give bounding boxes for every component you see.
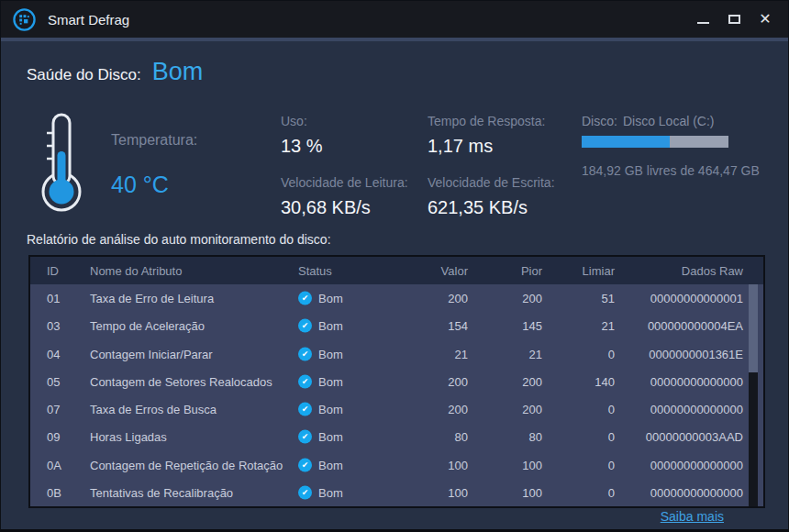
disk-health-value: Bom <box>152 58 204 86</box>
cell-attribute-name: Tentativas de Recalibração <box>90 485 233 499</box>
scrollbar-thumb[interactable] <box>749 284 758 372</box>
cell-raw-data: 0000000001361E <box>627 347 743 360</box>
cell-status: ✔Bom <box>298 374 343 388</box>
column-header-status[interactable]: Status <box>298 264 332 278</box>
smart-defrag-window: Smart Defrag ✕ Saúde do Disco: Bom Tempe… <box>0 0 789 532</box>
table-row[interactable]: 0B Tentativas de Recalibração ✔Bom 100 1… <box>30 479 763 506</box>
cell-valor: 200 <box>379 374 468 388</box>
cell-limiar: 0 <box>544 485 615 499</box>
titlebar: Smart Defrag ✕ <box>1 1 788 38</box>
usage-value: 13 % <box>281 136 323 157</box>
cell-status: ✔Bom <box>298 292 343 305</box>
disk-label: Disco: <box>582 114 617 128</box>
temperature-label: Temperatura: <box>111 132 197 149</box>
cell-valor: 154 <box>379 319 468 333</box>
table-row[interactable]: 09 Horas Ligadas ✔Bom 80 80 0 0000000000… <box>30 423 763 450</box>
column-header-raw[interactable]: Dados Raw <box>627 264 743 278</box>
status-ok-icon: ✔ <box>298 292 312 305</box>
table-row[interactable]: 07 Taxa de Erros de Busca ✔Bom 200 200 0… <box>30 395 763 423</box>
status-label: Bom <box>318 458 343 471</box>
learn-more-link[interactable]: Saiba mais <box>661 509 724 524</box>
column-header-name[interactable]: Nome do Atributo <box>90 264 182 278</box>
response-time-label: Tempo de Resposta: <box>428 114 545 128</box>
minimize-button[interactable] <box>687 1 718 38</box>
cell-raw-data: 00000000000000 <box>627 458 743 471</box>
cell-raw-data: 00000000000000 <box>627 485 743 499</box>
report-title: Relatório de análise do auto monitoramen… <box>27 232 331 247</box>
thermometer-icon <box>39 111 87 214</box>
status-ok-icon: ✔ <box>298 430 312 444</box>
table-scrollbar[interactable] <box>749 284 758 506</box>
cell-limiar: 51 <box>544 292 615 305</box>
close-icon: ✕ <box>759 12 771 27</box>
app-logo-icon <box>13 8 36 31</box>
titlebar-divider <box>1 38 788 41</box>
table-row[interactable]: 04 Contagem Iniciar/Parar ✔Bom 21 21 0 0… <box>30 340 763 368</box>
column-header-id[interactable]: ID <box>47 264 59 278</box>
temperature-value: 40 °C <box>111 172 169 198</box>
maximize-button[interactable] <box>718 1 750 38</box>
cell-limiar: 0 <box>544 347 615 360</box>
cell-pior: 200 <box>471 403 542 416</box>
status-ok-icon: ✔ <box>298 374 312 388</box>
table-row[interactable]: 03 Tempo de Aceleração ✔Bom 154 145 21 0… <box>30 312 763 339</box>
read-speed-label: Velocidade de Leitura: <box>281 175 408 190</box>
response-time-value: 1,17 ms <box>428 136 493 157</box>
cell-id: 05 <box>47 374 60 388</box>
minimize-icon <box>697 22 709 24</box>
table-body: 01 Taxa de Erro de Leitura ✔Bom 200 200 … <box>30 284 763 506</box>
cell-limiar: 0 <box>544 458 615 471</box>
cell-status: ✔Bom <box>298 319 343 333</box>
cell-limiar: 140 <box>544 374 615 388</box>
cell-pior: 200 <box>471 292 542 305</box>
status-label: Bom <box>318 430 343 444</box>
cell-valor: 200 <box>379 403 468 416</box>
cell-status: ✔Bom <box>298 458 343 471</box>
column-header-pior[interactable]: Pior <box>471 264 542 278</box>
write-speed-label: Velocidade de Escrita: <box>428 175 555 190</box>
disk-name-value: Disco Local (C:) <box>623 114 715 128</box>
cell-status: ✔Bom <box>298 430 343 444</box>
cell-id: 03 <box>47 319 60 333</box>
cell-attribute-name: Horas Ligadas <box>90 430 167 444</box>
disk-name: Disco:Disco Local (C:) <box>582 114 715 128</box>
cell-id: 04 <box>47 347 60 360</box>
disk-free-space: 184,92 GB livres de 464,47 GB <box>582 163 760 178</box>
disk-health-label: Saúde do Disco: <box>27 66 141 84</box>
cell-status: ✔Bom <box>298 485 343 499</box>
status-ok-icon: ✔ <box>298 458 312 471</box>
cell-pior: 21 <box>471 347 542 360</box>
table-row[interactable]: 01 Taxa de Erro de Leitura ✔Bom 200 200 … <box>30 284 763 312</box>
table-row[interactable]: 0A Contagem de Repetição de Rotação ✔Bom… <box>30 451 763 479</box>
column-header-limiar[interactable]: Limiar <box>544 264 615 278</box>
write-speed-value: 621,35 KB/s <box>428 197 528 218</box>
cell-attribute-name: Contagem de Setores Realocados <box>90 374 272 388</box>
cell-attribute-name: Taxa de Erros de Busca <box>90 403 217 416</box>
cell-raw-data: 000000000004EA <box>627 319 743 333</box>
cell-id: 07 <box>47 403 60 416</box>
disk-usage-bar-fill <box>582 136 670 148</box>
cell-valor: 100 <box>379 458 468 471</box>
cell-raw-data: 00000000000001 <box>627 292 743 305</box>
disk-health: Saúde do Disco: Bom <box>27 58 203 86</box>
column-header-valor[interactable]: Valor <box>379 264 468 278</box>
cell-limiar: 21 <box>544 319 615 333</box>
usage-label: Uso: <box>281 114 307 128</box>
table-row[interactable]: 05 Contagem de Setores Realocados ✔Bom 2… <box>30 368 763 395</box>
cell-limiar: 0 <box>544 430 615 444</box>
close-button[interactable]: ✕ <box>750 1 781 38</box>
maximize-icon <box>728 15 740 24</box>
read-speed-value: 30,68 KB/s <box>281 197 371 218</box>
cell-pior: 80 <box>471 430 542 444</box>
status-ok-icon: ✔ <box>298 485 312 499</box>
status-label: Bom <box>318 485 343 499</box>
cell-valor: 21 <box>379 347 468 360</box>
cell-status: ✔Bom <box>298 403 343 416</box>
disk-usage-bar <box>582 136 728 148</box>
status-ok-icon: ✔ <box>298 347 312 360</box>
cell-attribute-name: Contagem de Repetição de Rotação <box>90 458 283 471</box>
status-ok-icon: ✔ <box>298 403 312 416</box>
cell-id: 0A <box>47 458 61 471</box>
cell-status: ✔Bom <box>298 347 343 360</box>
cell-raw-data: 00000000000000 <box>627 403 743 416</box>
